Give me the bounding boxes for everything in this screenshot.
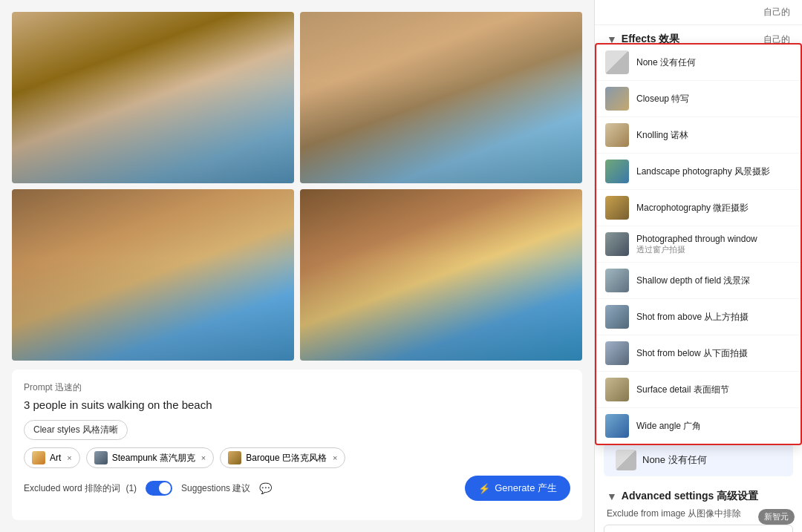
tag-baroque[interactable]: Baroque 巴洛克风格 × (220, 447, 345, 468)
effect-wide[interactable]: Wide angle 广角 (596, 408, 801, 444)
tag-steampunk[interactable]: Steampunk 蒸汽朋克 × (86, 447, 214, 468)
main-content: Prompt 迅速的 3 people in suits walking on … (0, 0, 594, 532)
bottom-bar: Excluded word 排除的词 (1) Suggestions 建议 💬 … (24, 476, 570, 501)
effect-window-label-zh: 透过窗户拍摄 (636, 244, 757, 255)
effect-closeup[interactable]: Closeup 特写 (596, 81, 801, 117)
image-cell-4[interactable] (300, 189, 582, 361)
prompt-text: 3 people in suits walking on the beach (24, 398, 570, 411)
effect-window-label-en: Photographed through window (636, 234, 757, 244)
right-panel: 自己的 ▼ Effects 效果 自己的 All Popular Movemen… (594, 0, 802, 532)
suggestions-label: Suggestions 建议 (181, 482, 250, 495)
effect-closeup-label: Closeup 特写 (636, 93, 689, 105)
effect-knolling-thumb (605, 123, 629, 147)
tags-row: Art × Steampunk 蒸汽朋克 × Baroque 巴洛克风格 × (24, 447, 570, 468)
image-cell-2[interactable] (300, 12, 582, 183)
baroque-icon (228, 451, 241, 464)
effect-knolling[interactable]: Knolling 诺林 (596, 117, 801, 154)
image-grid (12, 12, 582, 361)
effect-macro[interactable]: Macrophotography 微距摄影 (596, 190, 801, 226)
bottom-panel: Prompt 迅速的 3 people in suits walking on … (12, 370, 582, 520)
image-cell-3[interactable] (12, 189, 294, 361)
image-cell-1[interactable] (12, 12, 294, 183)
effect-surface[interactable]: Surface detail 表面细节 (596, 372, 801, 408)
excluded-word-label: Excluded word 排除的词 (1) (24, 482, 137, 495)
effect-below-label: Shot from below 从下面拍摄 (636, 347, 748, 360)
effect-macro-label: Macrophotography 微距摄影 (636, 202, 749, 214)
effect-surface-thumb (605, 378, 629, 401)
steampunk-close[interactable]: × (201, 453, 206, 462)
selected-effect-row[interactable]: None 没有任何 (604, 444, 793, 476)
advanced-title: Advanced settings 高级设置 (622, 490, 758, 503)
effect-none[interactable]: None 没有任何 (596, 45, 801, 81)
suggestions-icon: 💬 (259, 482, 272, 494)
art-icon (32, 451, 45, 464)
steampunk-icon (94, 451, 108, 464)
advanced-chevron-icon[interactable]: ▼ (607, 490, 617, 502)
effect-above[interactable]: Shot from above 从上方拍摄 (596, 299, 801, 335)
clear-styles-button[interactable]: Clear styles 风格清晰 (24, 420, 128, 440)
tag-art[interactable]: Art × (24, 447, 80, 468)
effect-window-thumb (605, 232, 629, 256)
prompt-label: Prompt 迅速的 (24, 381, 570, 394)
effect-above-label: Shot from above 从上方拍摄 (636, 311, 749, 324)
baroque-label: Baroque 巴洛克风格 (246, 452, 327, 464)
watermark: 新智元 (758, 509, 795, 525)
selected-effect-thumb (616, 450, 636, 470)
own-refer-text: 自己的 (763, 6, 790, 19)
effect-landscape-thumb (605, 160, 629, 183)
effect-surface-label: Surface detail 表面细节 (636, 384, 729, 396)
effect-knolling-label: Knolling 诺林 (636, 129, 688, 142)
steampunk-label: Steampunk 蒸汽朋克 (112, 452, 195, 464)
effect-none-label: None 没有任何 (636, 56, 696, 69)
effect-above-thumb (605, 305, 629, 329)
effect-window[interactable]: Photographed through window 透过窗户拍摄 (596, 226, 801, 263)
suggestions-toggle[interactable] (146, 481, 172, 496)
exclude-input[interactable]: exclude the middle o... (604, 525, 793, 532)
generate-button[interactable]: ⚡ Generate 产生 (465, 476, 570, 501)
effects-dropdown: None 没有任何 Closeup 特写 Knolling 诺林 Landsca… (595, 43, 802, 445)
effect-shallow-label: Shallow depth of field 浅景深 (636, 275, 750, 287)
selected-effect-label: None 没有任何 (642, 453, 707, 467)
effect-window-label-group: Photographed through window 透过窗户拍摄 (636, 234, 757, 255)
art-close[interactable]: × (67, 453, 71, 462)
button-row: Clear styles 风格清晰 (24, 420, 570, 440)
effect-wide-label: Wide angle 广角 (636, 420, 701, 433)
art-label: Art (50, 453, 61, 463)
effect-wide-thumb (605, 414, 629, 438)
effect-landscape[interactable]: Landscape photography 风景摄影 (596, 154, 801, 190)
effect-below-thumb (605, 341, 629, 365)
baroque-close[interactable]: × (333, 453, 337, 462)
advanced-header: ▼ Advanced settings 高级设置 (595, 482, 802, 508)
effect-closeup-thumb (605, 87, 629, 111)
panel-top: 自己的 (595, 0, 802, 25)
effect-landscape-label: Landscape photography 风景摄影 (636, 165, 770, 178)
effect-macro-thumb (605, 196, 629, 220)
effect-shallow[interactable]: Shallow depth of field 浅景深 (596, 263, 801, 299)
effect-none-thumb (605, 50, 629, 74)
effect-shallow-thumb (605, 269, 629, 292)
generate-icon: ⚡ (478, 483, 490, 494)
effect-below[interactable]: Shot from below 从下面拍摄 (596, 335, 801, 372)
